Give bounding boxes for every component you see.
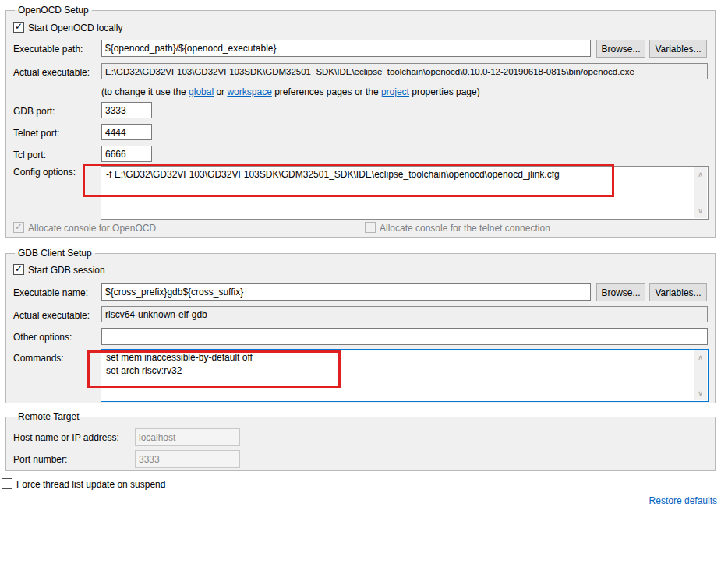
- actual-executable-input[interactable]: [101, 63, 708, 79]
- openocd-setup-group-title: OpenOCD Setup: [15, 5, 92, 16]
- gdb-actual-executable-input[interactable]: [101, 306, 708, 322]
- allocate-console-telnet-label: Allocate console for the telnet connecti…: [380, 223, 550, 234]
- gdb-client-setup-group: GDB Client Setup ✓ Start GDB session Exe…: [5, 253, 716, 403]
- gdb-port-label: GDB port:: [13, 106, 55, 117]
- remote-target-group-title: Remote Target: [15, 411, 83, 423]
- executable-name-label: Executable name:: [13, 287, 88, 298]
- project-link[interactable]: project: [381, 86, 409, 97]
- gdb-client-setup-group-title: GDB Client Setup: [15, 248, 95, 259]
- commands-textarea[interactable]: set mem inaccessible-by-default off set …: [101, 349, 709, 402]
- variables-button[interactable]: Variables...: [649, 283, 707, 301]
- config-options-scrollbar[interactable]: ∧ ∨: [694, 167, 707, 218]
- checkmark-icon: ✓: [14, 222, 23, 231]
- commands-text-line: set mem inaccessible-by-default off: [101, 350, 690, 364]
- scroll-up-icon[interactable]: ∧: [694, 352, 707, 363]
- checkmark-icon: ✓: [14, 264, 23, 273]
- scroll-down-icon[interactable]: ∨: [694, 388, 707, 399]
- port-number-input[interactable]: [135, 450, 240, 468]
- start-gdb-session-label: Start GDB session: [28, 265, 105, 276]
- allocate-console-openocd-label: Allocate console for OpenOCD: [28, 223, 156, 234]
- host-name-label: Host name or IP address:: [13, 432, 119, 443]
- start-openocd-locally-checkbox[interactable]: ✓: [13, 22, 24, 33]
- telnet-port-input[interactable]: [101, 124, 152, 140]
- note-text-mid2: preferences pages or the: [272, 86, 381, 97]
- config-options-textarea[interactable]: -f E:\GD32\GD32VF103\GD32VF103SDK\GDM325…: [101, 166, 709, 220]
- global-link[interactable]: global: [189, 86, 214, 97]
- scroll-up-icon[interactable]: ∧: [694, 169, 707, 180]
- note-text-post: properties page): [409, 86, 480, 97]
- config-options-label: Config options:: [13, 167, 76, 178]
- remote-target-group: Remote Target Host name or IP address: P…: [5, 417, 716, 471]
- allocate-console-telnet-checkbox[interactable]: [365, 222, 376, 233]
- actual-executable-label: Actual executable:: [13, 67, 90, 78]
- allocate-console-openocd-checkbox[interactable]: ✓: [13, 222, 24, 233]
- gdb-port-input[interactable]: [101, 102, 152, 118]
- commands-text-line: set arch riscv:rv32: [101, 364, 690, 378]
- browse-button[interactable]: Browse...: [596, 283, 645, 301]
- commands-scrollbar[interactable]: ∧ ∨: [694, 350, 707, 400]
- port-number-label: Port number:: [13, 454, 67, 465]
- gdb-actual-executable-label: Actual executable:: [13, 310, 90, 321]
- force-thread-list-checkbox[interactable]: [2, 478, 12, 489]
- telnet-port-label: Telnet port:: [13, 128, 59, 139]
- workspace-link[interactable]: workspace: [227, 86, 271, 97]
- preferences-note: (to change it use the global or workspac…: [101, 86, 480, 97]
- host-name-input[interactable]: [135, 428, 240, 446]
- start-gdb-session-checkbox[interactable]: ✓: [13, 264, 24, 275]
- force-thread-list-label: Force thread list update on suspend: [16, 479, 165, 490]
- start-openocd-locally-label: Start OpenOCD locally: [28, 23, 122, 33]
- scroll-down-icon[interactable]: ∨: [694, 206, 707, 217]
- executable-path-input[interactable]: [101, 40, 591, 57]
- commands-label: Commands:: [13, 353, 64, 364]
- executable-path-label: Executable path:: [13, 44, 83, 55]
- restore-defaults-link[interactable]: Restore defaults: [649, 495, 717, 506]
- other-options-input[interactable]: [101, 328, 708, 345]
- note-text-mid1: or: [214, 86, 227, 97]
- checkmark-icon: ✓: [14, 22, 23, 31]
- openocd-setup-group: OpenOCD Setup ✓ Start OpenOCD locally Ex…: [5, 10, 716, 238]
- tcl-port-label: Tcl port:: [13, 150, 46, 160]
- note-text-pre: (to change it use the: [101, 86, 189, 97]
- executable-name-input[interactable]: [101, 283, 591, 301]
- other-options-label: Other options:: [13, 332, 72, 343]
- variables-button[interactable]: Variables...: [649, 40, 707, 58]
- config-options-text: -f E:\GD32\GD32VF103\GD32VF103SDK\GDM325…: [101, 167, 690, 181]
- tcl-port-input[interactable]: [101, 146, 152, 162]
- browse-button[interactable]: Browse...: [596, 40, 645, 58]
